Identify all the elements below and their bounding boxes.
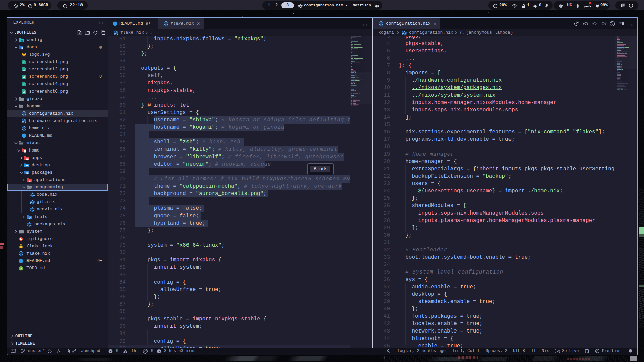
svg-text:x: x (462, 32, 464, 35)
svg-text:f: f (460, 30, 462, 34)
